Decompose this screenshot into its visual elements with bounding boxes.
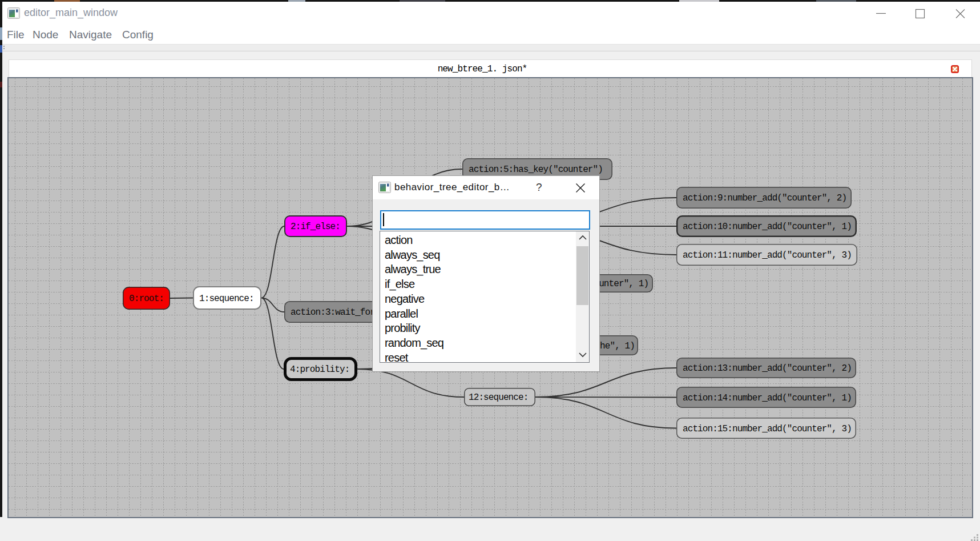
svg-text:action:10:number_add(″counter″: action:10:number_add(″counter″, 1) <box>683 222 852 232</box>
svg-text:4:probility:: 4:probility: <box>290 364 349 375</box>
svg-text:12:sequence:: 12:sequence: <box>469 392 528 403</box>
svg-text:action:15:number_add(″counter″: action:15:number_add(″counter″, 3) <box>683 424 852 434</box>
svg-text:action:5:has_key(″counter″): action:5:has_key(″counter″) <box>469 165 603 175</box>
svg-text:action:9:number_add(″counter″,: action:9:number_add(″counter″, 2) <box>683 193 846 203</box>
svg-text:2:if_else:: 2:if_else: <box>291 222 340 232</box>
svg-text:0:root:: 0:root: <box>129 294 164 304</box>
svg-text:action:13:number_add(″counter″: action:13:number_add(″counter″, 2) <box>683 363 852 374</box>
svg-text:1:sequence:: 1:sequence: <box>199 294 254 304</box>
svg-text:action:11:number_add(″counter″: action:11:number_add(″counter″, 3) <box>683 250 852 261</box>
svg-text:action:14:number_add(″counter″: action:14:number_add(″counter″, 1) <box>683 393 852 403</box>
